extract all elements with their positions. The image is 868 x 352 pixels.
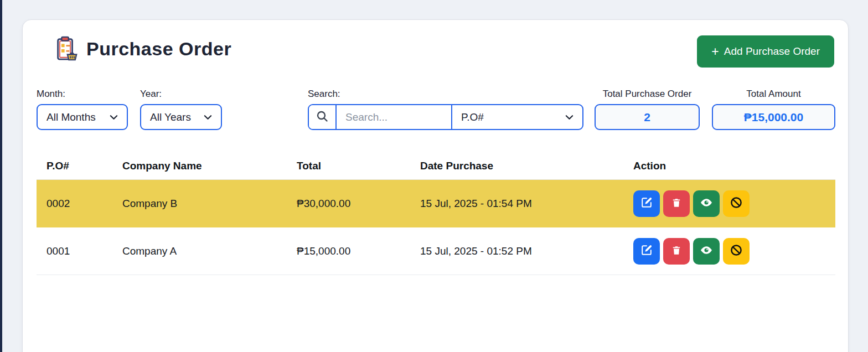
month-label: Month: <box>37 89 65 100</box>
date-purchase-cell: 15 Jul, 2025 - 01:54 PM <box>410 198 623 210</box>
total-po-value: 2 <box>644 111 650 124</box>
total-po-label: Total Purchase Order <box>595 89 700 100</box>
po-number-cell: 0001 <box>37 245 112 257</box>
month-select[interactable]: All Months <box>37 104 128 130</box>
month-select-value: All Months <box>46 111 96 123</box>
ban-icon <box>730 244 743 258</box>
po-number-cell: 0002 <box>37 198 112 210</box>
actions-cell <box>623 238 835 265</box>
header-company: Company Name <box>112 160 287 172</box>
year-select[interactable]: All Years <box>140 104 222 130</box>
delete-button[interactable] <box>663 190 690 217</box>
card-header: Purchase Order + Add Purchase Order <box>37 35 834 69</box>
ban-icon <box>730 196 743 211</box>
search-button[interactable] <box>309 105 337 129</box>
clipboard-basket-icon <box>53 35 79 62</box>
sidebar-edge <box>0 0 2 352</box>
search-filter-value: P.O# <box>461 111 484 123</box>
search-label: Search: <box>308 89 340 100</box>
chevron-down-icon <box>110 115 118 120</box>
cancel-button[interactable] <box>723 238 750 265</box>
search-input[interactable] <box>337 105 451 129</box>
header-date: Date Purchase <box>410 160 623 172</box>
trash-icon <box>671 245 682 258</box>
total-amount-value: ₱15,000.00 <box>744 111 803 124</box>
edit-icon <box>640 196 653 210</box>
actions-cell <box>623 190 835 217</box>
total-amount-label: Total Amount <box>712 89 835 100</box>
view-button[interactable] <box>693 238 720 265</box>
chevron-down-icon <box>565 115 574 120</box>
search-icon <box>316 110 328 124</box>
purchase-order-card: Purchase Order + Add Purchase Order Mont… <box>22 19 849 352</box>
date-purchase-cell: 15 Jul, 2025 - 01:52 PM <box>410 245 623 257</box>
table-row: 0002 Company B ₱30,000.00 15 Jul, 2025 -… <box>37 180 835 227</box>
chevron-down-icon <box>204 115 212 120</box>
purchase-order-table: P.O# Company Name Total Date Purchase Ac… <box>37 153 835 275</box>
eye-icon <box>700 244 713 258</box>
edit-icon <box>640 244 653 258</box>
delete-button[interactable] <box>663 238 690 265</box>
edit-button[interactable] <box>633 190 660 217</box>
cancel-button[interactable] <box>723 190 750 217</box>
company-name-cell: Company A <box>112 245 287 257</box>
title-wrap: Purchase Order <box>53 35 231 62</box>
table-header-row: P.O# Company Name Total Date Purchase Ac… <box>37 153 835 179</box>
view-button[interactable] <box>693 190 720 217</box>
plus-icon: + <box>711 45 719 58</box>
header-total: Total <box>287 160 410 172</box>
header-po: P.O# <box>37 160 112 172</box>
search-group: P.O# <box>308 104 583 130</box>
company-name-cell: Company B <box>112 198 287 210</box>
table-body: 0002 Company B ₱30,000.00 15 Jul, 2025 -… <box>37 179 835 275</box>
add-purchase-order-button[interactable]: + Add Purchase Order <box>697 35 834 68</box>
edit-button[interactable] <box>633 238 660 265</box>
trash-icon <box>671 197 682 210</box>
header-action: Action <box>623 160 835 172</box>
page-title: Purchase Order <box>86 38 231 60</box>
eye-icon <box>700 196 713 211</box>
year-select-value: All Years <box>150 111 191 123</box>
add-button-label: Add Purchase Order <box>724 45 820 58</box>
total-po-value-box: 2 <box>595 104 700 130</box>
search-filter-select[interactable]: P.O# <box>451 105 582 129</box>
table-row: 0001 Company A ₱15,000.00 15 Jul, 2025 -… <box>37 227 835 275</box>
total-amount-value-box: ₱15,000.00 <box>712 104 835 130</box>
total-cell: ₱15,000.00 <box>287 245 410 257</box>
total-cell: ₱30,000.00 <box>287 198 410 210</box>
year-label: Year: <box>140 89 162 100</box>
